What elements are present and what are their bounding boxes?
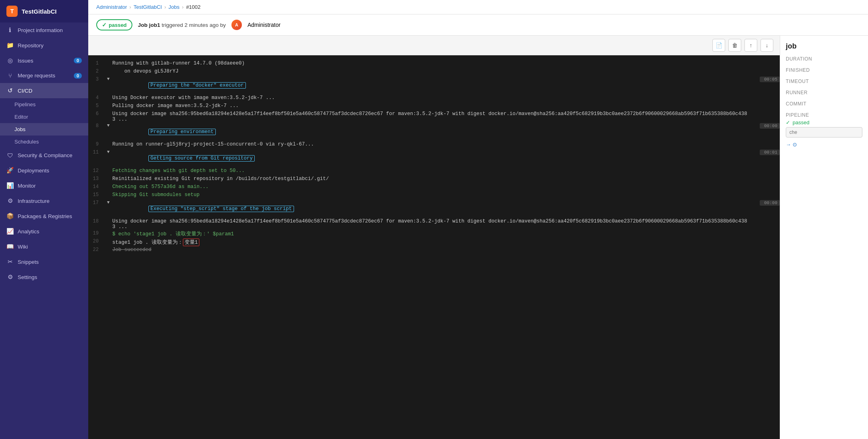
packages-icon: 📦: [6, 212, 14, 220]
log-content-3: Preparing the "docker" executor: [112, 77, 760, 94]
log-line-18: 18 Using docker image sha256:95bed6a1829…: [88, 218, 780, 230]
sidebar-header: T TestGitlabCI: [0, 0, 88, 22]
log-line-12: 12 Fetching changes with git depth set t…: [88, 168, 780, 176]
breadcrumb: Administrator › TestGitlabCI › Jobs › #1…: [88, 0, 868, 14]
sidebar-item-security-compliance[interactable]: 🛡 Security & Compliance: [0, 148, 88, 163]
log-line-2: 2 on devops gL5J8rYJ: [88, 68, 780, 76]
scroll-top-button[interactable]: ↑: [744, 39, 757, 52]
sidebar-item-label: Infrastructure: [18, 198, 50, 204]
log-time-8: 00:00: [760, 123, 780, 129]
pipeline-status: ✓ passed: [786, 119, 862, 125]
runner-label: Runner: [786, 90, 862, 95]
log-line-3: 3 ▼ Preparing the "docker" executor 00:0…: [88, 76, 780, 95]
main-content: Administrator › TestGitlabCI › Jobs › #1…: [88, 0, 868, 439]
sidebar-item-packages-registries[interactable]: 📦 Packages & Registries: [0, 208, 88, 224]
sidebar-sub-item-pipelines[interactable]: Pipelines: [0, 98, 88, 111]
sidebar-item-label: Analytics: [18, 229, 39, 235]
log-line-9: 9 Running on runner-gl5j8ryj-project-15-…: [88, 141, 780, 149]
job-trigger-user: Administrator: [247, 22, 280, 28]
check-icon: ✓: [102, 22, 107, 28]
sidebar-item-label: Security & Compliance: [18, 152, 73, 158]
navigate-link[interactable]: → ⊙: [786, 142, 862, 148]
log-content-17: Executing "step_script" stage of the job…: [112, 200, 760, 218]
log-line-17: 17 ▼ Executing "step_script" stage of th…: [88, 200, 780, 218]
sidebar-item-issues[interactable]: ◎ Issues 0: [0, 53, 88, 68]
commit-label: Commit: [786, 101, 862, 107]
pipeline-status-label: passed: [793, 119, 809, 125]
folder-icon: 📁: [6, 42, 14, 49]
log-content-9: Running on runner-gl5j8ryj-project-15-co…: [112, 142, 780, 147]
sidebar-item-monitor[interactable]: 📊 Monitor: [0, 178, 88, 193]
log-content-1: Running with gitlab-runner 14.7.0 (98dae…: [112, 61, 780, 66]
sidebar-sub-item-jobs[interactable]: Jobs: [0, 123, 88, 136]
log-time-11: 00:01: [760, 150, 780, 155]
log-line-6: 6 Using docker image sha256:95bed6a18294…: [88, 111, 780, 123]
sidebar-item-cicd[interactable]: ↺ CI/CD: [0, 83, 88, 98]
sidebar-item-infrastructure[interactable]: ⚙ Infrastructure: [0, 193, 88, 208]
raw-log-button[interactable]: 📄: [712, 39, 725, 52]
pipeline-label: Pipeline: [786, 112, 862, 118]
breadcrumb-jobs[interactable]: Jobs: [168, 4, 179, 10]
log-content-12: Fetching changes with git depth set to 5…: [112, 168, 780, 174]
jobs-label: Jobs: [14, 126, 25, 132]
sidebar-sub-item-editor[interactable]: Editor: [0, 111, 88, 123]
sidebar-project-name: TestGitlabCI: [22, 8, 57, 15]
log-time-3: 00:05: [760, 77, 780, 82]
sidebar-item-label: Project information: [18, 27, 63, 33]
info-icon: ℹ: [6, 26, 14, 34]
log-content-22: Job succeeded: [112, 247, 780, 253]
right-panel: job Duration Finished Timeout Runner Com…: [780, 36, 868, 439]
log-line-19: 19 $ echo 'stage1 job . 读取变量为：' $param1: [88, 230, 780, 238]
status-label: passed: [109, 22, 127, 28]
issues-badge: 0: [74, 58, 82, 63]
log-line-11: 11 ▼ Getting source from Git repository …: [88, 149, 780, 168]
terminal-toolbar: 📄 🗑 ↑ ↓: [88, 36, 780, 55]
sidebar-item-label: Wiki: [18, 244, 28, 250]
log-line-20: 20 stage1 job . 读取变量为：变量1: [88, 238, 780, 247]
commit-search-input[interactable]: [786, 127, 862, 138]
shield-icon: 🛡: [6, 152, 14, 159]
timeout-label: Timeout: [786, 79, 862, 84]
log-line-1: 1 Running with gitlab-runner 14.7.0 (98d…: [88, 60, 780, 68]
sidebar-item-label: Issues: [18, 58, 33, 64]
sidebar-item-label: Merge requests: [18, 73, 55, 79]
sidebar-item-analytics[interactable]: 📈 Analytics: [0, 224, 88, 239]
log-content-4: Using Docker executor with image maven:3…: [112, 95, 780, 101]
wiki-icon: 📖: [6, 243, 14, 250]
sidebar-sub-item-schedules[interactable]: Schedules: [0, 136, 88, 148]
log-line-5: 5 Pulling docker image maven:3.5.2-jdk-7…: [88, 103, 780, 111]
sidebar-item-settings[interactable]: ⚙ Settings: [0, 269, 88, 285]
log-content-6: Using docker image sha256:95bed6a18294e1…: [112, 111, 780, 122]
sidebar-logo: T: [6, 6, 18, 17]
breadcrumb-administrator[interactable]: Administrator: [96, 4, 127, 10]
monitor-icon: 📊: [6, 182, 14, 189]
log-line-13: 13 Reinitialized existing Git repository…: [88, 176, 780, 184]
sidebar-item-project-information[interactable]: ℹ Project information: [0, 22, 88, 38]
sidebar-item-label: Repository: [18, 42, 44, 49]
breadcrumb-job-id: #1002: [186, 4, 201, 10]
job-name: Job job1: [138, 22, 160, 28]
terminal-container: 📄 🗑 ↑ ↓ 1 Running with gitlab-runner 14.…: [88, 36, 780, 439]
log-content-2: on devops gL5J8rYJ: [112, 69, 780, 74]
right-panel-title: job: [786, 42, 862, 51]
snippets-icon: ✂: [6, 258, 14, 265]
sidebar-item-deployments[interactable]: 🚀 Deployments: [0, 163, 88, 178]
breadcrumb-testgitlabci[interactable]: TestGitlabCI: [134, 4, 162, 10]
sidebar-item-repository[interactable]: 📁 Repository: [0, 38, 88, 53]
log-content-8: Preparing environment: [112, 123, 760, 141]
log-content-15: Skipping Git submodules setup: [112, 192, 780, 198]
sidebar-item-merge-requests[interactable]: ⑂ Merge requests 0: [0, 68, 88, 83]
terminal-output: 1 Running with gitlab-runner 14.7.0 (98d…: [88, 55, 780, 439]
duration-label: Duration: [786, 56, 862, 62]
delete-log-button[interactable]: 🗑: [728, 39, 741, 52]
sidebar-item-label: Settings: [18, 274, 37, 280]
schedules-label: Schedules: [14, 139, 39, 145]
content-area: 📄 🗑 ↑ ↓ 1 Running with gitlab-runner 14.…: [88, 36, 868, 439]
scroll-bottom-button[interactable]: ↓: [761, 39, 773, 52]
sidebar-item-wiki[interactable]: 📖 Wiki: [0, 239, 88, 254]
finished-label: Finished: [786, 67, 862, 73]
pipeline-check-icon: ✓: [786, 119, 790, 125]
analytics-icon: 📈: [6, 228, 14, 235]
log-content-13: Reinitialized existing Git repository in…: [112, 176, 780, 182]
sidebar-item-snippets[interactable]: ✂ Snippets: [0, 254, 88, 269]
